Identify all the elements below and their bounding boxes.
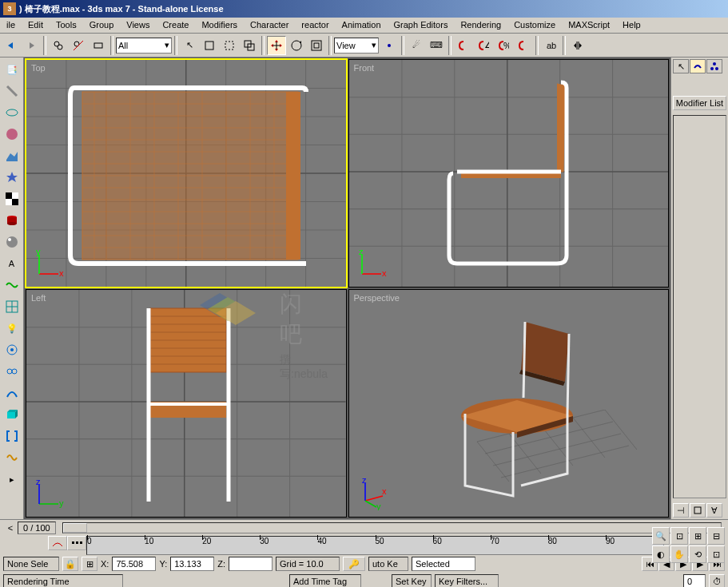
viewport-top[interactable]: Top xy bbox=[26, 59, 347, 288]
sphere-button[interactable] bbox=[2, 124, 22, 145]
scale-button[interactable] bbox=[307, 36, 326, 55]
curve-editor-button[interactable] bbox=[48, 536, 67, 550]
add-time-tag-button[interactable]: Add Time Tag bbox=[289, 574, 361, 587]
orbit-button[interactable]: ⟲ bbox=[689, 545, 706, 563]
menu-animation[interactable]: Animation bbox=[336, 18, 388, 33]
create-tab[interactable]: ↖ bbox=[673, 59, 689, 73]
select-button[interactable]: ↖ bbox=[180, 36, 199, 55]
selection-filter-dropdown[interactable]: All▾ bbox=[116, 38, 172, 54]
bind-button[interactable] bbox=[89, 36, 108, 55]
time-ruler[interactable]: 0 10 20 30 40 50 60 70 80 90 100 bbox=[86, 536, 664, 555]
menu-rendering[interactable]: Rendering bbox=[454, 18, 507, 33]
undo-button[interactable] bbox=[2, 36, 21, 55]
menu-tools[interactable]: Tools bbox=[50, 18, 83, 33]
box-button[interactable] bbox=[2, 404, 22, 425]
svg-text:z: z bbox=[36, 478, 41, 486]
link-button[interactable] bbox=[49, 36, 68, 55]
menu-help[interactable]: Help bbox=[616, 18, 647, 33]
menu-customize[interactable]: Customize bbox=[507, 18, 562, 33]
mirror-button[interactable] bbox=[568, 36, 587, 55]
snap-toggle-button[interactable] bbox=[454, 36, 473, 55]
pin-stack-button[interactable]: ⊣ bbox=[673, 503, 689, 518]
curve-button[interactable] bbox=[2, 447, 22, 468]
spinner-snap-button[interactable] bbox=[514, 36, 533, 55]
modify-tab[interactable] bbox=[690, 59, 706, 73]
dope-sheet-button[interactable] bbox=[67, 536, 86, 550]
redo-button[interactable] bbox=[22, 36, 41, 55]
menu-grapheditors[interactable]: Graph Editors bbox=[388, 18, 455, 33]
star-button[interactable] bbox=[2, 167, 22, 188]
manipulate-button[interactable]: ☄ bbox=[407, 36, 426, 55]
menu-maxscript[interactable]: MAXScript bbox=[562, 18, 616, 33]
key-mode-dropdown[interactable]: Selected bbox=[412, 557, 475, 571]
maximize-viewport-button[interactable]: ⊡ bbox=[707, 545, 725, 563]
menu-views[interactable]: Views bbox=[120, 18, 156, 33]
menu-character[interactable]: Character bbox=[244, 18, 295, 33]
menu-reactor[interactable]: reactor bbox=[295, 18, 335, 33]
select-region-button[interactable] bbox=[220, 36, 239, 55]
terrain-button[interactable] bbox=[2, 145, 22, 166]
menu-file[interactable]: ile bbox=[0, 18, 22, 33]
key-icon[interactable]: 🔑 bbox=[343, 557, 365, 571]
auto-key-button[interactable]: uto Ke bbox=[368, 557, 408, 571]
viewport-perspective[interactable]: Perspective xzy bbox=[348, 289, 670, 518]
viewport-left[interactable]: Left yz bbox=[26, 289, 347, 518]
material-button[interactable] bbox=[2, 232, 22, 252]
set-key-button[interactable]: Set Key bbox=[392, 574, 432, 587]
ref-coord-dropdown[interactable]: View▾ bbox=[334, 38, 379, 54]
unique-button[interactable]: ∀ bbox=[706, 503, 722, 518]
constraint-button[interactable] bbox=[2, 81, 22, 101]
track-icon[interactable]: < bbox=[3, 522, 18, 534]
zoom-button[interactable]: 🔍 bbox=[652, 527, 670, 545]
light-button[interactable]: 💡 bbox=[2, 318, 22, 339]
viewport-front[interactable]: Front xz bbox=[348, 59, 670, 288]
pivot-button[interactable] bbox=[380, 36, 399, 55]
zoom-extents-all-button[interactable]: ⊟ bbox=[707, 527, 725, 545]
angle-snap-button[interactable]: ∠ bbox=[474, 36, 493, 55]
zoom-all-button[interactable]: ⊡ bbox=[670, 527, 688, 545]
percent-snap-button[interactable]: % bbox=[494, 36, 513, 55]
link-tool-button[interactable] bbox=[2, 361, 22, 382]
time-slider[interactable] bbox=[62, 522, 722, 533]
lattice-button[interactable] bbox=[2, 296, 22, 317]
absolute-toggle[interactable]: ⊞ bbox=[82, 557, 97, 571]
select-name-button[interactable] bbox=[200, 36, 219, 55]
more-button[interactable]: ▸ bbox=[2, 469, 22, 490]
keyboard-button[interactable]: ⌨ bbox=[427, 36, 446, 55]
move-button[interactable] bbox=[267, 36, 286, 55]
deform-button[interactable] bbox=[2, 102, 22, 123]
zoom-extents-button[interactable]: ⊞ bbox=[689, 527, 706, 545]
modifier-list-dropdown[interactable]: Modifier List bbox=[673, 96, 726, 110]
current-frame-input[interactable]: 0 bbox=[683, 574, 706, 587]
bracket-button[interactable] bbox=[2, 426, 22, 446]
time-config-button[interactable]: ⏱ bbox=[709, 574, 725, 587]
time-slider-thumb[interactable] bbox=[63, 523, 87, 533]
show-result-button[interactable] bbox=[690, 503, 706, 518]
brush-button[interactable] bbox=[2, 339, 22, 360]
rotate-button[interactable] bbox=[287, 36, 306, 55]
path-button[interactable] bbox=[2, 383, 22, 403]
text-button[interactable]: A bbox=[2, 253, 22, 274]
z-input[interactable] bbox=[229, 557, 273, 571]
wave-button[interactable] bbox=[2, 275, 22, 295]
pan-button[interactable]: ✋ bbox=[670, 545, 688, 563]
viewport-label: Top bbox=[31, 63, 46, 73]
named-sel-button[interactable]: abc bbox=[541, 36, 560, 55]
menu-create[interactable]: Create bbox=[156, 18, 195, 33]
y-input[interactable]: 13.133 bbox=[170, 557, 214, 571]
unlink-button[interactable] bbox=[69, 36, 88, 55]
viewport-nav-controls: 🔍 ⊡ ⊞ ⊟ ◐ ✋ ⟲ ⊡ bbox=[652, 527, 725, 563]
key-filters-button[interactable]: Key Filters... bbox=[435, 574, 499, 587]
tab-panel-button[interactable]: 📑 bbox=[2, 59, 22, 80]
svg-text:%: % bbox=[503, 41, 509, 50]
checker-button[interactable] bbox=[2, 188, 22, 209]
menu-group[interactable]: Group bbox=[83, 18, 121, 33]
window-crossing-button[interactable] bbox=[240, 36, 259, 55]
x-input[interactable]: 75.508 bbox=[112, 557, 156, 571]
lock-toggle[interactable]: 🔒 bbox=[62, 557, 78, 571]
hierarchy-tab[interactable] bbox=[706, 59, 722, 73]
menu-edit[interactable]: Edit bbox=[22, 18, 50, 33]
fov-button[interactable]: ◐ bbox=[652, 545, 670, 563]
cylinder-button[interactable] bbox=[2, 210, 22, 231]
menu-modifiers[interactable]: Modifiers bbox=[195, 18, 244, 33]
